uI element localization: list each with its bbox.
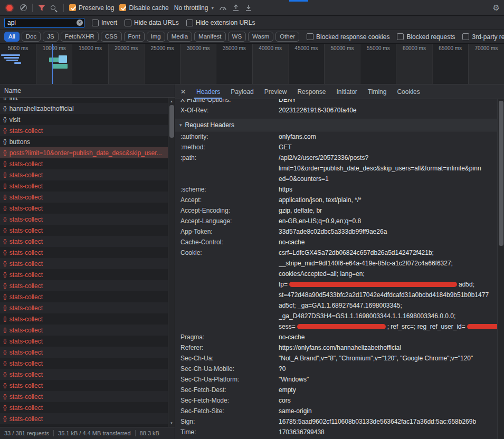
script-icon: {} [3, 216, 7, 222]
details-scrollbar[interactable] [497, 99, 504, 439]
request-row[interactable]: {}stats-collect [0, 180, 168, 192]
request-row[interactable]: {}stats-collect [0, 380, 168, 391]
preserve-log-box[interactable] [69, 4, 76, 11]
summary-divider [53, 430, 54, 436]
filter-pill-fetch-xhr[interactable]: Fetch/XHR [61, 32, 99, 42]
request-row[interactable]: {}posts?limit=10&order=publish_date_desc… [0, 147, 168, 158]
request-headers-section[interactable]: ▾Request Headers [175, 119, 497, 131]
request-row[interactable]: {}stats-collect [0, 214, 168, 225]
header-value-line: __stripe_mid=9df140f6-e64a-419e-85fc-a1c… [279, 258, 497, 269]
preserve-log-checkbox[interactable]: Preserve log [69, 4, 114, 12]
blocked-response-cookies-checkbox[interactable]: Blocked response cookies [307, 33, 389, 41]
tab-cookies[interactable]: Cookies [392, 84, 425, 99]
timeline-overview[interactable]: 5000 ms10000 ms15000 ms20000 ms25000 ms3… [0, 44, 504, 84]
header-value: "Windows" [279, 374, 497, 385]
request-list-scrollbar[interactable]: ▲ ▼ [168, 98, 175, 427]
request-row[interactable]: {}stats-collect [0, 369, 168, 380]
request-row[interactable]: {}stats-collect [0, 158, 168, 169]
request-row[interactable]: {}stats-collect [0, 169, 168, 180]
filter-pill-img[interactable]: Img [147, 32, 165, 42]
disable-cache-checkbox[interactable]: Disable cache [119, 4, 168, 12]
tab-initiator[interactable]: Initiator [331, 84, 362, 99]
import-har-icon[interactable] [232, 4, 240, 12]
close-icon[interactable]: ✕ [175, 84, 191, 99]
invert-checkbox[interactable]: Invert [92, 19, 117, 26]
export-har-icon[interactable] [245, 4, 252, 12]
clear-button[interactable] [20, 4, 27, 11]
third-party-requests-checkbox[interactable]: 3rd-party requests [462, 33, 504, 41]
request-row[interactable]: {}stats-collect [0, 291, 168, 302]
header-value-line: ?0 [279, 364, 497, 374]
filter-icon[interactable] [38, 5, 45, 11]
hide-extension-urls-checkbox[interactable]: Hide extension URLs [186, 19, 255, 26]
blocked-response-cookies-box[interactable] [307, 33, 313, 40]
request-row[interactable]: {}stats-collect [0, 125, 168, 136]
filter-pill-font[interactable]: Font [124, 32, 145, 42]
type-filter-options: Blocked response cookies Blocked request… [307, 33, 504, 41]
third-party-requests-box[interactable] [462, 33, 469, 40]
name-column-header[interactable]: Name [0, 84, 175, 98]
invert-box[interactable] [92, 20, 99, 26]
request-row[interactable]: {}stats-collect [0, 313, 168, 325]
request-row[interactable]: {}hannahelizabethofficial [0, 103, 168, 114]
request-row[interactable]: {}stats-collect [0, 247, 168, 258]
request-row[interactable]: {}stats-collect [0, 391, 168, 402]
filter-pill-other[interactable]: Other [275, 32, 299, 42]
network-conditions-icon[interactable] [219, 4, 227, 11]
request-row[interactable]: {}stats-collect [0, 347, 168, 358]
settings-gear-icon[interactable]: ⚙ [493, 4, 500, 12]
header-value: cors [279, 395, 497, 406]
scroll-up-icon[interactable]: ▲ [168, 100, 175, 103]
blocked-requests-checkbox[interactable]: Blocked requests [397, 33, 455, 41]
tab-timing[interactable]: Timing [363, 84, 392, 99]
blocked-requests-box[interactable] [397, 33, 404, 40]
filter-pill-css[interactable]: CSS [101, 32, 122, 42]
request-row[interactable]: {}stats-collect [0, 336, 168, 347]
request-row[interactable]: {}stats-collect [0, 225, 168, 236]
request-row[interactable]: {}stats-collect [0, 413, 168, 424]
request-row[interactable]: {}stats-collect [0, 402, 168, 413]
resources-size: 88.3 kB [140, 430, 159, 436]
header-name: App-Token: [175, 226, 279, 237]
tab-response[interactable]: Response [292, 84, 331, 99]
filter-pill-all[interactable]: All [4, 32, 20, 42]
request-row[interactable]: {}stats-collect [0, 358, 168, 369]
request-row[interactable]: {}stats-collect [0, 302, 168, 313]
header-value-line: fp=ad5d; [279, 279, 497, 290]
filter-pill-wasm[interactable]: Wasm [248, 32, 273, 42]
tab-payload[interactable]: Payload [225, 84, 259, 99]
hide-data-urls-box[interactable] [125, 20, 131, 26]
filter-pill-media[interactable]: Media [167, 32, 192, 42]
header-value: onlyfans.com [279, 131, 497, 142]
request-row[interactable]: {}stats-collect [0, 280, 168, 291]
tab-headers[interactable]: Headers [191, 84, 225, 99]
hide-data-urls-checkbox[interactable]: Hide data URLs [125, 19, 179, 26]
scrollbar-thumb[interactable] [499, 101, 503, 246]
request-row[interactable]: {}stats-collect [0, 203, 168, 214]
throttling-dropdown[interactable]: No throttling ▾ [174, 4, 214, 12]
header-value-line: same-origin [279, 406, 497, 416]
filter-pill-doc[interactable]: Doc [22, 32, 41, 42]
clear-search-icon[interactable]: ✕ [77, 20, 83, 26]
search-icon[interactable] [51, 5, 55, 10]
filter-search-input[interactable] [4, 18, 84, 28]
request-row[interactable]: {}stats-collect [0, 325, 168, 336]
tab-preview[interactable]: Preview [259, 84, 292, 99]
request-row[interactable]: {}stats-collect [0, 236, 168, 247]
header-value-line: en-GB,en-US;q=0.9,en;q=0.8 [279, 216, 497, 226]
request-row[interactable]: {}stats-collect [0, 258, 168, 269]
request-row[interactable]: {}stats-collect [0, 192, 168, 203]
scrollbar-thumb[interactable] [169, 105, 174, 138]
hide-extension-urls-box[interactable] [186, 20, 193, 26]
record-button[interactable] [6, 5, 13, 11]
disable-cache-box[interactable] [119, 4, 126, 11]
filter-pill-manifest[interactable]: Manifest [194, 32, 225, 42]
request-row[interactable]: {}buttons [0, 136, 168, 147]
request-row[interactable]: {}visit [0, 114, 168, 125]
scroll-down-icon[interactable]: ▼ [168, 422, 175, 425]
filter-pill-ws[interactable]: WS [228, 32, 246, 42]
request-row[interactable]: {}stats-collect [0, 269, 168, 280]
filter-pill-js[interactable]: JS [43, 32, 58, 42]
request-row[interactable]: {}init [0, 98, 168, 103]
header-value-line: ad5cf; _ga=GA1.1.689275447.1698003345; [279, 300, 497, 311]
